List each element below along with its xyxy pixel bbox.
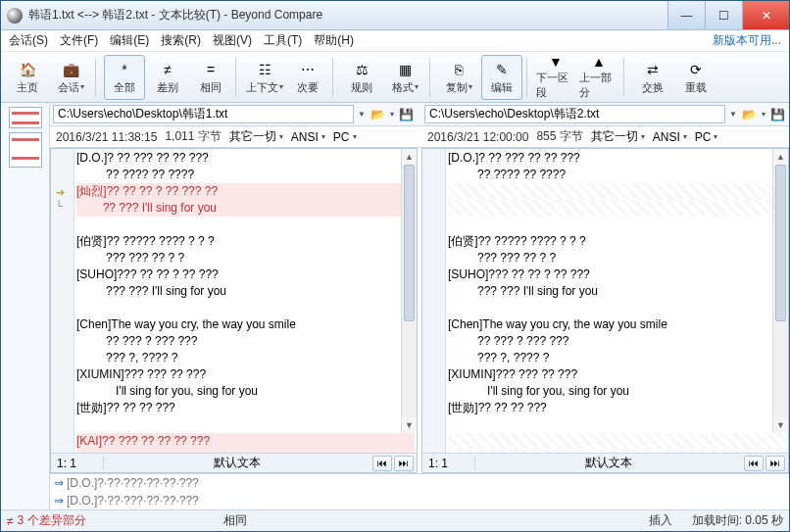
toolbar-全部-button[interactable]: *全部 <box>104 55 145 100</box>
toolbar-次要-button[interactable]: ⋯次要 <box>287 55 328 100</box>
bottom-detail-lines: ⇒[D.O.]?·??·???·??·??·??? ⇒[D.O.]?·??·??… <box>50 473 789 509</box>
right-pane-footer: 1: 1 默认文本 ⏮ ⏭ <box>422 453 788 472</box>
toolbar-会话-button[interactable]: 💼会话▾ <box>50 55 91 100</box>
status-same: 相同 <box>223 512 247 529</box>
toolbar-上下文-button[interactable]: ☷上下文▾ <box>244 55 285 100</box>
right-path-dropdown-icon[interactable]: ▼ <box>729 110 737 119</box>
left-open-dropdown-icon[interactable]: ▾ <box>390 110 394 119</box>
menu-help[interactable]: 帮助(H) <box>314 32 354 49</box>
toolbar-交换-button[interactable]: ⇄交换 <box>632 55 673 100</box>
left-vscrollbar[interactable]: ▲▼ <box>401 149 417 433</box>
right-info-bar: 2016/3/21 12:00:00 855 字节 其它一切▾ ANSI▾ PC… <box>421 126 789 147</box>
menu-session[interactable]: 会话(S) <box>9 32 48 49</box>
diff-thumbnail-split[interactable] <box>9 107 42 128</box>
detail-line-2[interactable]: ⇒[D.O.]?·??·???·??·??·??? <box>50 492 789 509</box>
left-size: 1,011 字节 <box>165 128 221 145</box>
marker-arrow-icon: ➔ <box>56 186 70 196</box>
right-path-bar: ▼ 📂 ▾ 💾 <box>421 103 789 125</box>
left-text-area[interactable]: [D.O.]? ?? ??? ?? ?? ??? ?? ???? ?? ????… <box>74 149 417 453</box>
left-nav-last-button[interactable]: ⏭ <box>394 456 414 471</box>
left-path-bar: ▼ 📂 ▾ 💾 <box>50 103 418 125</box>
left-text-mode[interactable]: 默认文本 <box>104 455 370 471</box>
left-nav-first-button[interactable]: ⏮ <box>372 456 392 471</box>
main-toolbar: 🏠主页💼会话▾*全部≠差别=相同☷上下文▾⋯次要⚖规则▦格式▾⎘复制▾✎编辑▼下… <box>1 52 789 103</box>
right-gutter <box>422 149 446 453</box>
toolbar-差别-button[interactable]: ≠差别 <box>147 55 188 100</box>
status-bar: ≠3 个差异部分 相同 插入 加载时间: 0.05 秒 <box>1 509 789 531</box>
toolbar-重载-button[interactable]: ⟳重载 <box>675 55 716 100</box>
toolbar-主页-button[interactable]: 🏠主页 <box>7 55 48 100</box>
menu-edit[interactable]: 编辑(E) <box>110 32 149 49</box>
status-diff-count: ≠3 个差异部分 <box>7 512 86 529</box>
left-date: 2016/3/21 11:38:15 <box>56 130 157 144</box>
left-path-dropdown-icon[interactable]: ▼ <box>358 110 366 119</box>
left-encoding-dropdown[interactable]: 其它一切▾ <box>229 128 283 145</box>
right-date: 2016/3/21 12:00:00 <box>427 130 528 144</box>
menu-view[interactable]: 视图(V) <box>213 32 252 49</box>
menu-search[interactable]: 搜索(R) <box>161 32 201 49</box>
right-encoding-dropdown[interactable]: 其它一切▾ <box>591 128 645 145</box>
maximize-button[interactable]: ☐ <box>705 1 742 29</box>
toolbar-下一区段-button[interactable]: ▼下一区段 <box>535 55 576 100</box>
right-size: 855 字节 <box>536 128 582 145</box>
right-charset-dropdown[interactable]: ANSI▾ <box>653 130 687 144</box>
left-cursor-pos: 1: 1 <box>51 457 104 470</box>
right-open-dropdown-icon[interactable]: ▾ <box>762 110 765 119</box>
left-info-bar: 2016/3/21 11:38:15 1,011 字节 其它一切▾ ANSI▾ … <box>50 126 418 147</box>
right-vscrollbar[interactable]: ▲▼ <box>772 149 788 433</box>
right-text-mode[interactable]: 默认文本 <box>475 455 741 471</box>
app-window: 韩语1.txt <--> 韩语2.txt - 文本比较(T) - Beyond … <box>0 0 790 532</box>
left-platform-dropdown[interactable]: PC▾ <box>333 130 357 144</box>
status-insert-mode: 插入 <box>649 512 672 529</box>
toolbar-规则-button[interactable]: ⚖规则 <box>341 55 382 100</box>
toolbar-格式-button[interactable]: ▦格式▾ <box>384 55 425 100</box>
app-icon <box>7 8 23 24</box>
toolbar-编辑-button[interactable]: ✎编辑 <box>481 55 522 100</box>
left-charset-dropdown[interactable]: ANSI▾ <box>291 130 325 144</box>
right-cursor-pos: 1: 1 <box>422 457 475 470</box>
panes-area: ▼ 📂 ▾ 💾 ▼ 📂 ▾ 💾 2016/3/21 11:38:15 1,011… <box>50 103 789 509</box>
update-link[interactable]: 新版本可用... <box>713 32 781 49</box>
diff-thumbnail-merged[interactable] <box>9 132 42 168</box>
right-path-input[interactable] <box>424 105 725 123</box>
title-bar[interactable]: 韩语1.txt <--> 韩语2.txt - 文本比较(T) - Beyond … <box>1 1 789 30</box>
left-pane-footer: 1: 1 默认文本 ⏮ ⏭ <box>51 453 417 472</box>
right-nav-last-button[interactable]: ⏭ <box>765 456 785 471</box>
window-title: 韩语1.txt <--> 韩语2.txt - 文本比较(T) - Beyond … <box>28 7 667 24</box>
right-open-folder-icon[interactable]: 📂 <box>740 106 758 123</box>
left-open-folder-icon[interactable]: 📂 <box>369 106 386 123</box>
menu-tools[interactable]: 工具(T) <box>264 32 302 49</box>
left-gutter: ➔ └ <box>51 149 74 453</box>
info-row: 2016/3/21 11:38:15 1,011 字节 其它一切▾ ANSI▾ … <box>50 126 789 148</box>
toolbar-复制-button[interactable]: ⎘复制▾ <box>438 55 479 100</box>
status-load-time: 加载时间: 0.05 秒 <box>692 512 783 529</box>
detail-line-1[interactable]: ⇒[D.O.]?·??·???·??·??·??? <box>50 474 789 492</box>
work-area: ▼ 📂 ▾ 💾 ▼ 📂 ▾ 💾 2016/3/21 11:38:15 1,011… <box>1 103 789 509</box>
menu-bar: 会话(S) 文件(F) 编辑(E) 搜索(R) 视图(V) 工具(T) 帮助(H… <box>1 30 789 52</box>
path-row: ▼ 📂 ▾ 💾 ▼ 📂 ▾ 💾 <box>50 103 789 126</box>
split-panes: ➔ └ [D.O.]? ?? ??? ?? ?? ??? ?? ???? ?? … <box>50 148 789 473</box>
close-button[interactable]: ✕ <box>742 1 789 29</box>
left-path-input[interactable] <box>53 105 354 123</box>
menu-file[interactable]: 文件(F) <box>60 32 98 49</box>
thumbnail-column <box>1 103 50 509</box>
right-nav-first-button[interactable]: ⏮ <box>744 456 764 471</box>
right-text-area[interactable]: [D.O.]? ?? ??? ?? ?? ??? ?? ???? ?? ????… <box>446 149 788 453</box>
marker-bracket-icon: └ <box>56 200 70 210</box>
left-pane: ➔ └ [D.O.]? ?? ??? ?? ?? ??? ?? ???? ?? … <box>50 148 418 473</box>
toolbar-相同-button[interactable]: =相同 <box>190 55 231 100</box>
right-pane: [D.O.]? ?? ??? ?? ?? ??? ?? ???? ?? ????… <box>421 148 789 473</box>
right-platform-dropdown[interactable]: PC▾ <box>695 130 718 144</box>
right-save-icon[interactable]: 💾 <box>768 106 786 123</box>
left-save-icon[interactable]: 💾 <box>397 106 415 123</box>
minimize-button[interactable]: ― <box>667 1 705 29</box>
toolbar-上一部分-button[interactable]: ▲上一部分 <box>578 55 619 100</box>
